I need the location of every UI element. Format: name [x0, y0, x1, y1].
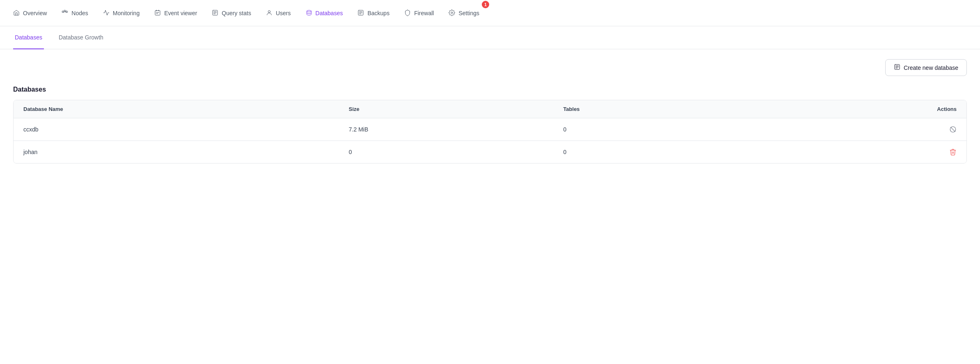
- svg-point-14: [268, 10, 270, 12]
- table-header: Database Name Size Tables Actions: [14, 100, 966, 118]
- col-header-actions: Actions: [751, 100, 966, 118]
- user-icon: [266, 9, 272, 17]
- main-content: Databases Database Growth Create new dat…: [0, 26, 980, 364]
- nav-tab-nodes-label: Nodes: [71, 10, 88, 16]
- table-row: johan 0 0: [14, 141, 966, 164]
- nav-tab-backups-label: Backups: [367, 10, 389, 16]
- create-database-button[interactable]: Create new database: [885, 59, 967, 76]
- table-row: ccxdb 7.2 MiB 0: [14, 118, 966, 141]
- create-database-label: Create new database: [904, 65, 958, 71]
- col-header-tables: Tables: [553, 100, 751, 118]
- nav-tab-nodes[interactable]: Nodes: [55, 4, 94, 22]
- nav-tab-event-viewer-label: Event viewer: [164, 10, 197, 16]
- db-size-ccxdb: 7.2 MiB: [339, 118, 554, 141]
- nav-tab-query-stats-label: Query stats: [222, 10, 251, 16]
- nav-tab-backups[interactable]: Backups: [351, 4, 396, 22]
- db-size-johan: 0: [339, 141, 554, 164]
- table-header-row: Database Name Size Tables Actions: [14, 100, 966, 118]
- nav-tab-databases[interactable]: Databases: [299, 4, 350, 22]
- col-header-size: Size: [339, 100, 554, 118]
- nav-tab-firewall-label: Firewall: [414, 10, 434, 16]
- svg-rect-5: [155, 10, 160, 15]
- nav-tab-users-label: Users: [276, 10, 291, 16]
- nav-tab-settings-label: Settings: [458, 10, 479, 16]
- db-name-johan: johan: [14, 141, 339, 164]
- nav-tab-monitoring-label: Monitoring: [113, 10, 140, 16]
- page-body: Create new database Databases Database N…: [0, 49, 980, 173]
- query-icon: [212, 9, 218, 17]
- databases-table-container: Database Name Size Tables Actions ccxdb …: [13, 100, 967, 164]
- db-tables-johan: 0: [553, 141, 751, 164]
- db-tables-ccxdb: 0: [553, 118, 751, 141]
- create-database-icon: [894, 64, 900, 71]
- event-icon: [154, 9, 161, 17]
- nav-tab-firewall[interactable]: Firewall: [398, 4, 440, 22]
- firewall-icon: [404, 9, 411, 17]
- nav-tab-event-viewer[interactable]: Event viewer: [148, 4, 204, 22]
- section-title: Databases: [13, 86, 967, 93]
- svg-point-20: [451, 12, 453, 14]
- block-action-button[interactable]: [761, 126, 957, 133]
- home-icon: [13, 9, 20, 17]
- delete-action-button[interactable]: [761, 148, 957, 156]
- action-bar: Create new database: [13, 59, 967, 76]
- nav-tab-settings[interactable]: Settings: [442, 4, 486, 22]
- databases-table: Database Name Size Tables Actions ccxdb …: [14, 100, 966, 163]
- nav-tab-overview-label: Overview: [23, 10, 47, 16]
- settings-badge-wrapper: Settings 1: [442, 4, 486, 22]
- notification-badge: 1: [482, 1, 489, 8]
- database-icon: [306, 9, 312, 17]
- db-name-ccxdb: ccxdb: [14, 118, 339, 141]
- nav-tab-query-stats[interactable]: Query stats: [205, 4, 258, 22]
- top-navigation: Overview Nodes Monitoring: [0, 0, 980, 26]
- backup-icon: [357, 9, 364, 17]
- svg-line-26: [951, 127, 955, 132]
- chart-icon: [103, 9, 110, 17]
- nodes-icon: [62, 9, 68, 17]
- nav-tab-monitoring[interactable]: Monitoring: [96, 4, 146, 22]
- nav-tab-users[interactable]: Users: [259, 4, 298, 22]
- table-body: ccxdb 7.2 MiB 0: [14, 118, 966, 164]
- sub-tab-databases[interactable]: Databases: [13, 26, 44, 49]
- nav-tab-overview[interactable]: Overview: [7, 4, 53, 22]
- sub-tab-database-growth[interactable]: Database Growth: [57, 26, 105, 49]
- settings-icon: [449, 9, 455, 17]
- sub-tabs: Databases Database Growth: [0, 26, 980, 49]
- svg-point-15: [307, 10, 311, 12]
- nav-tab-databases-label: Databases: [316, 10, 343, 16]
- databases-section: Databases Database Name Size Tables Acti…: [13, 86, 967, 164]
- col-header-name: Database Name: [14, 100, 339, 118]
